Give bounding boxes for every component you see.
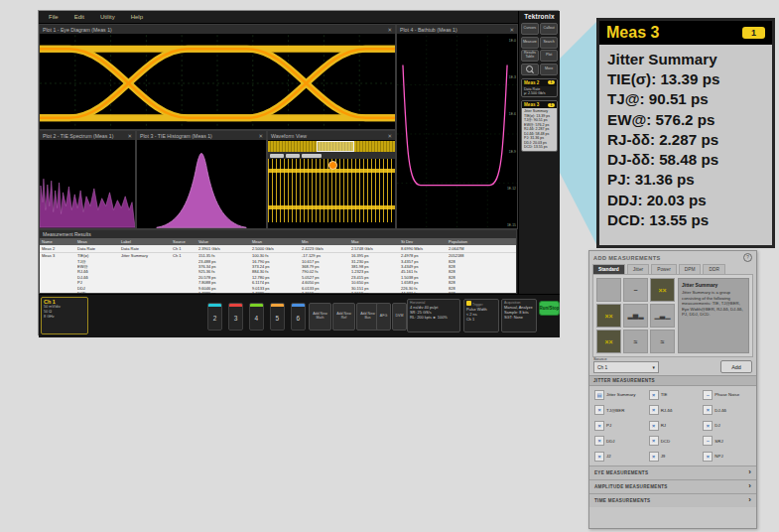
measurement-tab[interactable]: DPM <box>679 264 702 274</box>
measurement-item[interactable]: × NPJ <box>700 449 754 465</box>
measurement-item[interactable]: × J9 <box>646 449 701 465</box>
cell-min: 10.617 ps <box>300 259 349 264</box>
channel-button[interactable]: 3 <box>228 303 243 331</box>
chevron-right-icon: › <box>748 482 751 490</box>
accordion-section[interactable]: EYE MEASUREMENTS › <box>589 466 756 479</box>
measurement-thumbnail[interactable] <box>596 278 621 302</box>
measurement-item[interactable]: × DCD <box>646 434 701 450</box>
chevron-right-icon: › <box>748 468 751 476</box>
table-row[interactable]: Meas 2 Data Rate Data Rate Ch 1 2.3901 G… <box>40 245 516 253</box>
trigger-marker-icon[interactable] <box>328 161 337 170</box>
help-icon[interactable]: ? <box>743 253 752 262</box>
menu-item[interactable]: File <box>49 14 59 20</box>
cell-stdev: 226.30 fs <box>399 286 447 291</box>
measure-button[interactable]: Measure <box>521 37 539 49</box>
table-row[interactable]: DDJ 9.6046 ps 9.0133 ps 6.0133 ps 30.151… <box>40 285 516 290</box>
generator-button[interactable]: AFG <box>376 303 391 331</box>
cursors-button[interactable]: Cursors <box>521 23 539 35</box>
measurement-item[interactable]: ~ SRJ <box>700 434 754 450</box>
add-button[interactable]: Add <box>720 360 752 373</box>
acquisition-setting-line: SGT: None <box>504 315 534 320</box>
channel-button[interactable]: 4 <box>249 303 264 331</box>
plot-button[interactable]: Plot <box>540 50 558 62</box>
search-button[interactable]: Search <box>540 37 558 49</box>
cell-max: 16.395 ps <box>349 253 399 258</box>
measurement-thumbnail[interactable]: ×× <box>650 278 675 302</box>
measurement-item[interactable]: × J2 <box>591 449 646 465</box>
measurement-item[interactable]: × DJ-δδ <box>700 403 754 419</box>
table-row[interactable]: RJ-δδ 925.36 fs 884.30 fs 790.02 fs 1.23… <box>40 269 516 274</box>
measurement-item-label: Jitter Summary <box>606 392 636 397</box>
source-select[interactable]: Ch 1 ▾ <box>593 361 659 373</box>
table-row[interactable]: Meas 3 TIE(σ) Jitter Summary Ch 1 151.35… <box>40 253 516 258</box>
results-table-button[interactable]: Results Table <box>521 50 539 62</box>
channel-color-stripe <box>250 304 263 307</box>
channel-number: 5 <box>276 315 280 322</box>
meas2-badge[interactable]: Meas 21 Data Rateμ: 2.500 Gb/s <box>521 78 558 98</box>
measurement-thumbnail[interactable]: ▂▅▂ <box>623 304 648 328</box>
table-row[interactable]: TJ@ 23.488 ps 16.790 ps 10.617 ps 31.230… <box>40 258 516 263</box>
run-stop-button[interactable]: Run/Stop <box>539 301 560 316</box>
measurement-thumbnail[interactable]: ~ <box>623 278 648 302</box>
measurement-item[interactable]: × TJ@BER <box>591 403 646 419</box>
measurement-thumbnail[interactable]: ≈ <box>650 330 675 353</box>
more-button[interactable]: More <box>540 64 558 75</box>
table-row[interactable]: DJ-δδ 20.578 ps 12.780 ps 5.0527 ps 23.4… <box>40 275 516 280</box>
close-icon[interactable]: ✕ <box>258 133 263 139</box>
column-header: Max <box>349 239 399 244</box>
ch1-badge[interactable]: Ch 1 50 mV/div50 Ω8 GHz <box>41 297 88 334</box>
meas3-badge[interactable]: Meas 31 Jitter SummaryTIE(σ): 13.39 psTJ… <box>521 100 558 151</box>
channel-button[interactable]: 2 <box>207 303 222 331</box>
measurement-tab[interactable]: DDR <box>703 264 724 274</box>
measurement-item[interactable]: × PJ <box>591 418 646 434</box>
measurement-item[interactable]: ~ Phase Noise <box>700 387 754 403</box>
close-icon[interactable]: ✕ <box>127 133 132 139</box>
waveform-overview-band[interactable] <box>268 141 395 152</box>
measurement-preview-area: ~××××▂▅▂▁▃▁××≈≈ Jitter Summary Jitter Su… <box>592 274 753 357</box>
channel-button[interactable]: 6 <box>291 303 306 331</box>
cell-min: 368.79 ps <box>300 264 349 269</box>
menu-item[interactable]: Edit <box>74 14 84 20</box>
channel-number: 3 <box>234 315 238 322</box>
measurement-tab[interactable]: Standard <box>592 264 625 274</box>
generator-button[interactable]: DVM <box>392 303 407 331</box>
accordion-section[interactable]: TIME MEASUREMENTS › <box>589 493 756 507</box>
measurement-thumbnail[interactable]: ×× <box>596 330 621 353</box>
menu-item[interactable]: Utility <box>100 14 115 20</box>
measurement-thumbnail[interactable]: ▁▃▁ <box>650 304 675 328</box>
measurement-thumbnail[interactable]: ≈ <box>623 330 648 353</box>
measurement-item[interactable]: × RJ <box>646 418 701 434</box>
zoom-button[interactable] <box>521 64 539 75</box>
plot3-title: Plot 3 - TIE Histogram (Meas 1) <box>140 133 212 139</box>
measurement-item[interactable]: × TIE <box>646 387 701 403</box>
measurement-item-icon: ▤ <box>594 390 604 400</box>
measurement-item[interactable]: × RJ-δδ <box>646 403 701 419</box>
table-row[interactable]: EW@ 376.34 ps 373.24 ps 368.79 ps 381.98… <box>40 264 516 269</box>
cell-meas: TJ@ <box>75 259 119 264</box>
acquisition-badge[interactable]: Acquisition Manual, AnalyzeSample: 8 bit… <box>501 299 537 332</box>
close-icon[interactable]: ✕ <box>509 27 514 33</box>
measurement-item[interactable]: ▤ Jitter Summary <box>591 387 646 403</box>
add-new-button[interactable]: Add New Math <box>309 303 331 331</box>
menu-item[interactable]: Help <box>131 14 143 20</box>
callout-button[interactable]: Callout <box>540 23 558 35</box>
horizontal-badge[interactable]: Horizontal 4 ns/div 40 ps/ptSR: 25 GS/sR… <box>407 299 460 332</box>
trigger-badge[interactable]: Trigger Pulse Width< 2 nsCh 1 <box>463 299 499 332</box>
measurement-item[interactable]: × DDJ <box>591 434 646 450</box>
table-row[interactable]: PJ 7.8088 ps 6.1174 ps 4.6050 ps 10.650 … <box>40 280 516 285</box>
add-new-button[interactable]: Add New Ref <box>332 303 355 331</box>
measurement-tab[interactable]: Jitter <box>627 264 649 274</box>
meas2-line: μ: 2.500 Gb/s <box>524 91 555 95</box>
measurement-thumbnail[interactable]: ×× <box>596 304 621 328</box>
zoom-window-handle[interactable] <box>317 141 354 152</box>
add-measurements-panel: ADD MEASUREMENTS ? StandardJitterPowerDP… <box>588 250 757 529</box>
close-icon[interactable]: ✕ <box>387 27 392 33</box>
measurement-tab[interactable]: Power <box>651 264 677 274</box>
waveform-trace-area[interactable] <box>268 159 395 222</box>
measurement-item[interactable]: × DJ <box>700 418 754 434</box>
channel-button[interactable]: 5 <box>270 303 285 331</box>
close-icon[interactable]: ✕ <box>387 133 392 139</box>
cell-label: Data Rate <box>119 246 171 251</box>
accordion-section[interactable]: AMPLITUDE MEASUREMENTS › <box>589 479 756 493</box>
cell-min: 2.4223 Gb/s <box>300 246 349 251</box>
